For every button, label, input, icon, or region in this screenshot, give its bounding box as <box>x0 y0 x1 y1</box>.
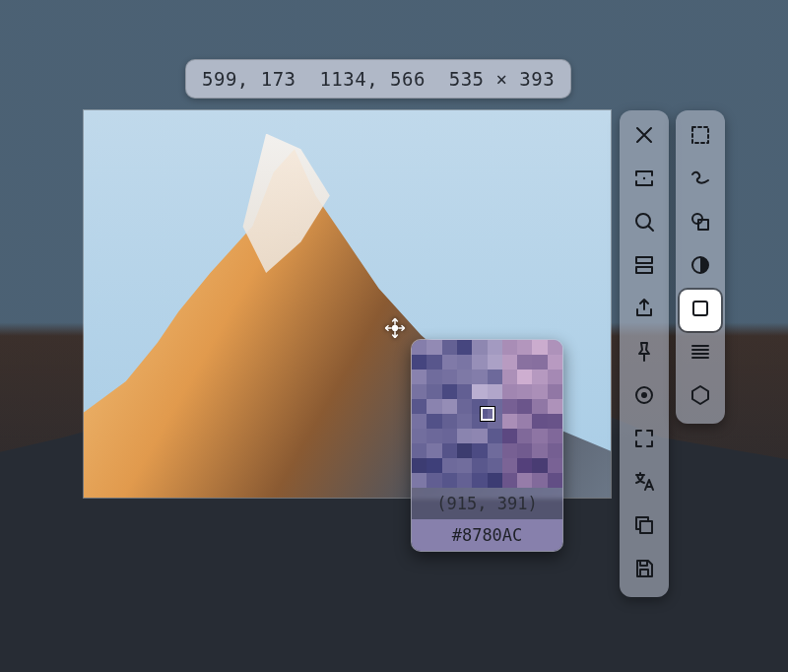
svg-rect-14 <box>693 302 707 315</box>
svg-point-0 <box>393 326 398 331</box>
zoom-button[interactable] <box>624 203 665 244</box>
copy-button[interactable] <box>624 506 665 548</box>
align-justify-icon <box>689 340 712 368</box>
marquee-icon <box>689 123 712 151</box>
svg-rect-9 <box>640 570 648 576</box>
close-button[interactable] <box>624 116 665 158</box>
color-magnifier[interactable]: (915, 391) #8780AC <box>411 339 563 552</box>
fullscreen-button[interactable] <box>624 420 665 461</box>
svg-rect-8 <box>640 561 647 566</box>
align-justify-button[interactable] <box>680 333 721 374</box>
magnifier-center-icon <box>481 407 494 421</box>
split-h-button[interactable] <box>624 246 665 288</box>
svg-rect-4 <box>636 267 652 273</box>
copy-icon <box>632 513 656 541</box>
marquee-button[interactable] <box>680 116 721 158</box>
pin-icon <box>632 340 656 368</box>
frame-button[interactable] <box>624 160 665 201</box>
export-button[interactable] <box>624 290 665 331</box>
hexagon-icon <box>689 383 712 411</box>
translate-button[interactable] <box>624 463 665 504</box>
shapes-button[interactable] <box>680 203 721 244</box>
selection-coordinates: 599, 173 1134, 566 535 × 393 <box>185 59 571 99</box>
rectangle-icon <box>689 297 712 324</box>
magnifier-coordinates: (915, 391) <box>412 488 562 519</box>
zoom-icon <box>632 210 656 237</box>
move-cursor-icon <box>382 315 408 341</box>
save-button[interactable] <box>624 550 665 591</box>
main-toolbar <box>620 110 669 597</box>
split-h-icon <box>632 253 656 281</box>
svg-rect-10 <box>692 127 708 143</box>
shape-toolbar <box>676 110 725 424</box>
export-icon <box>632 297 656 324</box>
hexagon-button[interactable] <box>680 376 721 418</box>
fullscreen-icon <box>632 427 656 454</box>
close-icon <box>632 123 656 151</box>
record-icon <box>632 383 656 411</box>
contrast-icon <box>689 253 712 281</box>
svg-point-6 <box>641 392 647 398</box>
magnifier-pixels <box>412 340 562 488</box>
svg-rect-12 <box>698 220 708 230</box>
rectangle-button[interactable] <box>680 290 721 331</box>
freehand-icon <box>689 167 712 194</box>
contrast-button[interactable] <box>680 246 721 288</box>
freehand-button[interactable] <box>680 160 721 201</box>
svg-rect-7 <box>640 521 652 533</box>
save-icon <box>632 557 656 584</box>
magnifier-color-hex: #8780AC <box>412 519 562 551</box>
svg-point-1 <box>643 177 645 179</box>
shapes-icon <box>689 210 712 237</box>
frame-icon <box>632 167 656 194</box>
translate-icon <box>632 470 656 498</box>
svg-rect-3 <box>636 257 652 263</box>
pin-button[interactable] <box>624 333 665 374</box>
record-button[interactable] <box>624 376 665 418</box>
